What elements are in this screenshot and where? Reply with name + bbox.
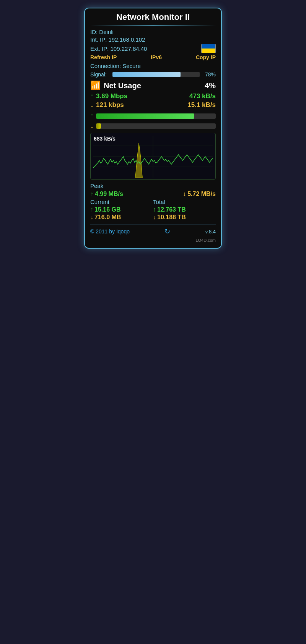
copy-ip-button[interactable]: Copy IP [196, 54, 216, 60]
total-upload-icon: ↑ [153, 206, 156, 213]
peak-download-value: 5.72 MB/s [187, 191, 216, 197]
id-row: ID: Deinli [90, 29, 216, 35]
flag-yellow-stripe [202, 49, 215, 53]
upload-speed-row: ↑ 3.69 Mbps 473 kB/s [90, 92, 216, 100]
upload-progress-arrow-icon: ↑ [90, 112, 94, 120]
net-usage-percent: 4% [205, 81, 216, 90]
title-divider [90, 25, 216, 26]
progress-bars-section: ↑ ↓ [90, 112, 216, 130]
download-progress-row: ↓ [90, 122, 216, 130]
wifi-icon: 📶 [90, 81, 101, 91]
download-kbs: 15.1 kB/s [187, 101, 216, 109]
ext-ip-row: Ext. IP: 109.227.84.40 [90, 44, 216, 53]
signal-label: Signal: [90, 71, 109, 78]
download-arrow-icon: ↓ [90, 101, 94, 109]
peak-upload-value: 4.99 MB/s [95, 191, 123, 197]
current-total-headers: Current Total [90, 199, 216, 205]
int-ip-label: Int. IP: [90, 36, 107, 43]
current-download-value: 716.0 MB [94, 214, 153, 221]
signal-bar-container [112, 72, 200, 77]
widget-title: Network Monitor II [90, 12, 216, 22]
refresh-ip-button[interactable]: Refresh IP [90, 54, 117, 60]
ext-ip-text: Ext. IP: 109.227.84.40 [90, 45, 147, 52]
upload-mbps: 3.69 Mbps [96, 92, 127, 100]
peak-download-icon: ↓ [183, 191, 186, 197]
peak-speeds-row: ↑ 4.99 MB/s ↓ 5.72 MB/s [90, 191, 216, 197]
connection-label: Connection: [90, 63, 121, 69]
peak-upload-icon: ↑ [90, 191, 93, 197]
flag-blue-stripe [202, 44, 215, 49]
chart-label: 683 kB/s [94, 136, 116, 142]
id-value: Deinli [99, 29, 114, 35]
footer-version: v.8.4 [205, 229, 216, 235]
current-upload-icon: ↑ [90, 206, 93, 213]
signal-percent: 78% [203, 71, 216, 78]
upload-progress-bar [96, 113, 194, 119]
id-label: ID: [90, 29, 98, 35]
download-kbps: 121 kbps [96, 101, 124, 109]
signal-row: Signal: 78% [90, 71, 216, 78]
upload-kbs: 473 kB/s [189, 92, 216, 100]
connection-row: Connection: Secure [90, 63, 216, 69]
ext-ip-value: 109.227.84.40 [111, 45, 147, 52]
current-download-icon: ↓ [90, 214, 93, 221]
country-flag [201, 44, 216, 53]
network-monitor-widget: Network Monitor II ID: Deinli Int. IP: 1… [84, 8, 222, 249]
net-usage-label: Net Usage [104, 81, 202, 90]
net-usage-row: 📶 Net Usage 4% [90, 81, 216, 91]
upload-progress-bg [96, 113, 216, 119]
chart-section: 683 kB/s [90, 133, 216, 180]
upload-progress-row: ↑ [90, 112, 216, 120]
watermark: LO4D.com [90, 238, 216, 243]
current-label: Current [90, 199, 153, 205]
int-ip-row: Int. IP: 192.168.0.102 [90, 36, 216, 43]
peak-section: Peak ↑ 4.99 MB/s ↓ 5.72 MB/s Current Tot… [90, 183, 216, 221]
total-upload-value: 12.763 TB [157, 206, 216, 213]
download-progress-bar [96, 123, 101, 129]
svg-marker-6 [135, 143, 142, 178]
upload-arrow-icon: ↑ [90, 92, 94, 100]
download-speed-row: ↓ 121 kbps 15.1 kB/s [90, 101, 216, 109]
signal-bar [112, 72, 181, 77]
download-progress-arrow-icon: ↓ [90, 122, 94, 130]
current-upload-value: 15.16 GB [94, 206, 153, 213]
upload-current-total-row: ↑ 15.16 GB ↑ 12.763 TB [90, 206, 216, 213]
download-current-total-row: ↓ 716.0 MB ↓ 10.188 TB [90, 214, 216, 221]
refresh-icon[interactable]: ↻ [164, 227, 170, 236]
total-download-value: 10.188 TB [157, 214, 216, 221]
download-progress-bg [96, 123, 216, 129]
connection-value: Secure [122, 63, 141, 69]
ipv6-button[interactable]: IPv6 [151, 54, 162, 60]
total-label: Total [153, 199, 216, 205]
action-buttons-row: Refresh IP IPv6 Copy IP [90, 54, 216, 60]
int-ip-value: 192.168.0.102 [109, 36, 145, 43]
footer-row: © 2011 by Iqoqo ↻ v.8.4 [90, 225, 216, 236]
footer-copyright-link[interactable]: © 2011 by Iqoqo [90, 228, 130, 235]
ext-ip-label: Ext. IP: [90, 45, 109, 52]
peak-title: Peak [90, 183, 216, 189]
network-chart [93, 136, 213, 178]
total-download-icon: ↓ [153, 214, 156, 221]
